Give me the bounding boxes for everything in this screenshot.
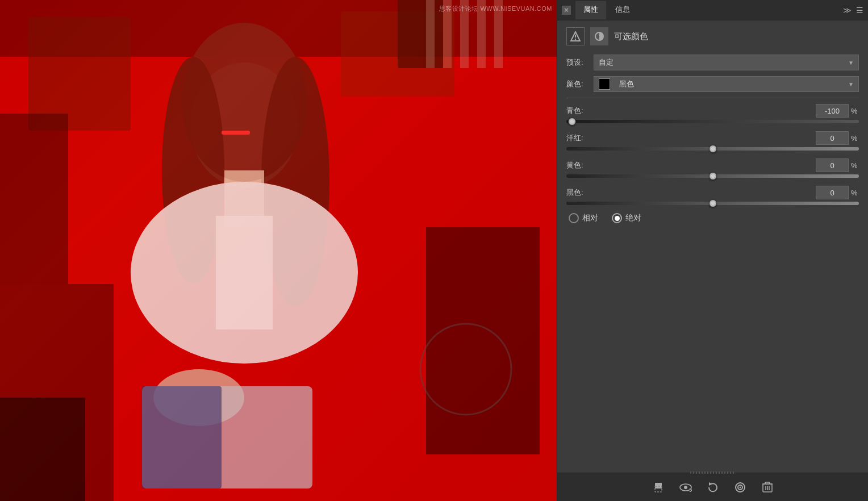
black-label: 黑色: [566, 187, 594, 198]
cyan-percent: % [851, 107, 859, 115]
close-button[interactable]: ✕ [562, 6, 571, 15]
svg-point-33 [684, 486, 687, 489]
yellow-label: 黄色: [566, 160, 594, 170]
svg-point-28 [575, 39, 576, 40]
canvas-area: 思客设计论坛 WWW.NISEVUAN.COM [0, 0, 557, 501]
svg-rect-5 [426, 0, 435, 68]
svg-rect-18 [216, 216, 273, 329]
cyan-label: 青色: [566, 106, 594, 116]
magenta-value-input[interactable]: 0 [816, 131, 849, 145]
radio-relative-circle [569, 213, 579, 223]
cyan-slider-row: 青色: -100 % [566, 104, 859, 118]
reset-button[interactable] [704, 478, 722, 496]
svg-rect-30 [655, 483, 662, 489]
separator [566, 98, 859, 98]
visibility-button[interactable] [677, 478, 695, 496]
properties-panel: ✕ 属性 信息 ≫ ☰ [557, 0, 868, 501]
svg-rect-25 [0, 398, 85, 501]
radio-relative[interactable]: 相对 [569, 213, 598, 223]
panel-header-left: ✕ 属性 信息 [562, 1, 638, 19]
svg-rect-4 [398, 0, 443, 68]
color-dropdown-arrow: ▼ [848, 81, 854, 87]
panel-tabs: 属性 信息 [575, 1, 638, 19]
yellow-slider-section: 黄色: 0 % [566, 158, 859, 178]
cyan-slider-section: 青色: -100 % [566, 104, 859, 123]
svg-rect-21 [142, 386, 222, 489]
magenta-label: 洋红: [566, 133, 594, 143]
magenta-percent: % [851, 134, 859, 143]
radio-relative-label: 相对 [582, 213, 598, 223]
black-slider-section: 黑色: 0 % [566, 186, 859, 205]
preset-label: 预设: [566, 57, 594, 68]
black-slider-thumb[interactable] [709, 199, 717, 207]
adjustment-header: 可选颜色 [566, 27, 859, 45]
menu-icon[interactable]: ☰ [856, 6, 863, 15]
radio-absolute-circle [612, 213, 622, 223]
yellow-value-input[interactable]: 0 [816, 158, 849, 172]
yellow-percent: % [851, 161, 859, 170]
adjustment-title: 可选颜色 [614, 31, 648, 42]
svg-marker-34 [709, 482, 712, 486]
magenta-slider-track[interactable] [566, 147, 859, 151]
yellow-slider-thumb[interactable] [709, 172, 717, 180]
black-slider-track[interactable] [566, 202, 859, 205]
cyan-value-input[interactable]: -100 [816, 104, 849, 118]
radio-absolute[interactable]: 绝对 [612, 213, 641, 223]
clip-to-layer-button[interactable] [649, 478, 667, 496]
yellow-slider-track[interactable] [566, 174, 859, 178]
magenta-track-container [566, 147, 859, 151]
panel-header: ✕ 属性 信息 ≫ ☰ [557, 0, 868, 20]
cyan-slider-thumb[interactable] [568, 118, 576, 126]
tab-info[interactable]: 信息 [607, 1, 638, 19]
circle-icon-box[interactable] [590, 27, 608, 45]
preset-value: 自定 [599, 57, 614, 68]
yellow-track-container [566, 174, 859, 178]
black-track-container [566, 202, 859, 205]
svg-point-24 [420, 324, 511, 415]
delete-button[interactable] [758, 478, 777, 496]
watermark: 思客设计论坛 WWW.NISEVUAN.COM [439, 5, 552, 13]
color-label: 颜色: [566, 79, 594, 89]
mask-icon-box[interactable] [566, 27, 585, 45]
color-row: 颜色: 黑色 ▼ [566, 76, 859, 92]
color-swatch [599, 78, 610, 90]
black-percent: % [851, 189, 859, 197]
panel-content: 可选颜色 预设: 自定 ▼ 颜色: 黑色 ▼ 青色: [557, 20, 868, 473]
svg-rect-22 [222, 131, 250, 135]
black-slider-row: 黑色: 0 % [566, 186, 859, 199]
color-value: 黑色 [619, 79, 634, 89]
collapse-icon[interactable]: ≫ [843, 6, 852, 15]
magenta-slider-row: 洋红: 0 % [566, 131, 859, 145]
cyan-slider-track[interactable] [566, 120, 859, 123]
black-value-input[interactable]: 0 [816, 186, 849, 199]
panel-header-right: ≫ ☰ [843, 6, 863, 15]
svg-point-37 [739, 486, 741, 488]
cyan-track-container [566, 120, 859, 123]
preset-dropdown[interactable]: 自定 ▼ [594, 55, 859, 70]
svg-rect-10 [0, 114, 68, 284]
footer-divider [690, 471, 736, 474]
tab-properties[interactable]: 属性 [575, 1, 606, 19]
radio-absolute-label: 绝对 [625, 213, 641, 223]
preview-button[interactable] [731, 478, 749, 496]
preset-dropdown-arrow: ▼ [848, 60, 854, 66]
radio-group: 相对 绝对 [569, 213, 859, 223]
canvas-background: 思客设计论坛 WWW.NISEVUAN.COM [0, 0, 557, 501]
magenta-slider-section: 洋红: 0 % [566, 131, 859, 151]
svg-rect-43 [765, 482, 770, 484]
panel-footer [557, 473, 868, 501]
preset-row: 预设: 自定 ▼ [566, 55, 859, 70]
magenta-slider-thumb[interactable] [709, 145, 717, 153]
yellow-slider-row: 黄色: 0 % [566, 158, 859, 172]
color-dropdown[interactable]: 黑色 ▼ [594, 76, 859, 92]
